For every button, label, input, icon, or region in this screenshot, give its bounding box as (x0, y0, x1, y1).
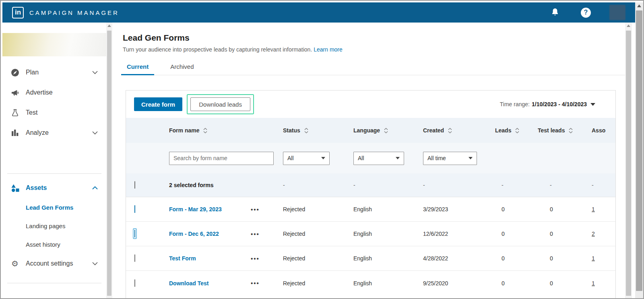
download-leads-highlight-box: Download leads (187, 94, 254, 114)
sidebar-divider (7, 283, 101, 283)
table-row: Test Form ••• Rejected English 4/28/2022… (126, 246, 615, 271)
download-leads-button[interactable]: Download leads (190, 97, 250, 111)
created-cell: 3/29/2023 (423, 206, 495, 212)
sidebar-subitem-label: Asset history (26, 241, 60, 248)
column-header-leads[interactable]: Leads (495, 127, 538, 134)
sidebar-item-plan[interactable]: Plan (2, 62, 106, 82)
associated-count-link[interactable]: 1 (592, 206, 616, 212)
table-header-row: Form name Status Language Created L (126, 118, 615, 143)
chevron-down-icon (92, 260, 98, 267)
associated-count-link[interactable]: 2 (592, 231, 616, 237)
scrollbar-thumb[interactable] (626, 31, 631, 296)
leads-cell: 0 (495, 206, 538, 212)
sidebar-subitem-label: Landing pages (26, 223, 65, 229)
leads-cell: 0 (495, 231, 538, 237)
more-options-icon[interactable]: ••• (251, 255, 283, 262)
row-checkbox[interactable] (134, 254, 135, 262)
status-filter-dropdown[interactable]: All (283, 152, 330, 165)
tab-bar: Current Archived (123, 63, 625, 75)
avatar[interactable] (609, 5, 625, 20)
status-cell: Rejected (283, 280, 353, 287)
campaign-manager-window: in CAMPAIGN MANAGER ? Plan (0, 0, 644, 299)
more-options-icon[interactable]: ••• (251, 280, 283, 287)
sort-icon (448, 128, 452, 134)
chevron-up-icon (92, 184, 98, 192)
help-icon: ? (581, 8, 591, 18)
sidebar-item-lead-gen-forms[interactable]: Lead Gen Forms (2, 198, 106, 217)
form-name-link[interactable]: Form - Mar 29, 2023 (169, 206, 251, 212)
create-form-button[interactable]: Create form (134, 97, 182, 111)
tab-current[interactable]: Current (123, 63, 153, 75)
row-checkbox[interactable] (134, 205, 135, 213)
sidebar-item-test[interactable]: Test (2, 103, 106, 123)
form-name-link[interactable]: Download Test (169, 280, 251, 287)
sidebar-item-assets[interactable]: Assets (2, 178, 106, 198)
table-filter-row: All All All time (126, 143, 615, 173)
linkedin-logo-icon[interactable]: in (12, 7, 24, 19)
bar-chart-icon (10, 128, 19, 137)
time-range-label: Time range: (500, 101, 530, 107)
sidebar: Plan Advertise Test (2, 23, 106, 298)
row-checkbox[interactable] (134, 230, 135, 237)
caret-down-icon (396, 157, 400, 159)
help-button[interactable]: ? (581, 8, 591, 18)
window-scrollbar[interactable] (635, 2, 643, 298)
sidebar-item-analyze[interactable]: Analyze (2, 123, 106, 143)
sidebar-item-account-settings[interactable]: ⚙ Account settings (2, 254, 106, 274)
column-header-created[interactable]: Created (423, 127, 495, 134)
sidebar-item-advertise[interactable]: Advertise (2, 82, 106, 103)
form-name-link[interactable]: Test Form (169, 255, 251, 262)
column-header-test-leads[interactable]: Test leads (538, 127, 592, 134)
sidebar-item-landing-pages[interactable]: Landing pages (2, 217, 106, 235)
tab-archived[interactable]: Archived (166, 63, 198, 75)
column-header-associated[interactable]: Asso (592, 127, 616, 134)
column-header-status[interactable]: Status (283, 127, 353, 134)
column-header-language[interactable]: Language (353, 127, 423, 134)
page-title: Lead Gen Forms (123, 33, 625, 43)
app-title: CAMPAIGN MANAGER (29, 9, 119, 16)
associated-count-link[interactable]: 1 (592, 280, 616, 287)
more-options-icon[interactable]: ••• (251, 206, 283, 213)
shapes-icon (10, 184, 19, 192)
gear-icon: ⚙ (10, 259, 19, 268)
scroll-up-icon[interactable] (625, 23, 632, 29)
sidebar-subitem-label: Lead Gen Forms (26, 204, 73, 211)
table-row: Form - Dec 6, 2022 ••• Rejected English … (126, 222, 615, 246)
sidebar-item-label: Account settings (26, 260, 73, 267)
language-cell: English (353, 206, 423, 212)
sidebar-item-asset-history[interactable]: Asset history (2, 235, 106, 254)
learn-more-link[interactable]: Learn more (314, 46, 343, 53)
created-filter-dropdown[interactable]: All time (423, 152, 477, 165)
language-cell: English (353, 231, 423, 237)
time-range-dropdown[interactable]: Time range: 1/10/2023 - 4/10/2023 (500, 101, 595, 107)
table-toolbar: Create form Download leads Time range: 1… (126, 91, 615, 118)
language-filter-dropdown[interactable]: All (353, 152, 404, 165)
column-header-form-name[interactable]: Form name (169, 127, 251, 134)
form-name-link[interactable]: Form - Dec 6, 2022 (169, 231, 251, 237)
sidebar-item-label: Analyze (26, 129, 49, 136)
scrollbar-thumb[interactable] (107, 31, 111, 296)
select-all-checkbox[interactable] (134, 181, 135, 189)
associated-count-link[interactable]: 1 (592, 255, 616, 262)
leads-cell: 0 (495, 280, 538, 287)
language-cell: English (353, 255, 423, 262)
megaphone-icon (10, 88, 19, 97)
sidebar-divider (7, 173, 101, 174)
search-input[interactable] (169, 152, 274, 165)
sidebar-item-label: Assets (26, 184, 47, 192)
page-subtitle: Turn your audience into prospective lead… (123, 46, 312, 53)
scroll-up-icon[interactable] (106, 23, 112, 29)
row-checkbox[interactable] (134, 279, 135, 287)
content-scrollbar[interactable] (625, 23, 632, 298)
test-leads-cell: 0 (538, 206, 592, 212)
selection-count: 2 selected forms (169, 182, 251, 188)
more-options-icon[interactable]: ••• (251, 231, 283, 237)
table-row: Download Test ••• Rejected English 9/25/… (126, 271, 615, 295)
test-leads-cell: 0 (538, 231, 592, 237)
notifications-button[interactable] (550, 7, 560, 18)
bell-icon (550, 7, 560, 18)
status-cell: Rejected (283, 206, 353, 212)
scroll-up-icon[interactable] (635, 2, 643, 9)
sidebar-scrollbar[interactable] (106, 23, 112, 298)
scrollbar-thumb[interactable] (636, 10, 642, 291)
